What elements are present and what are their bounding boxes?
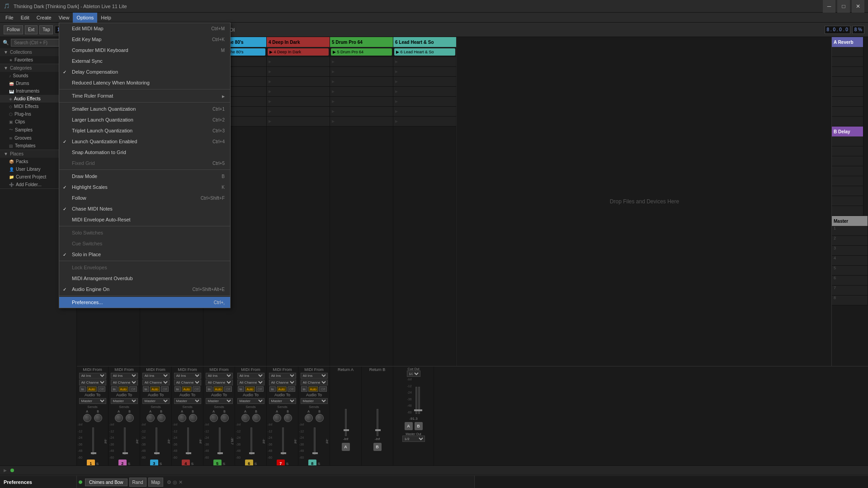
monitor-in-3[interactable]: In <box>143 386 149 392</box>
channel-select-6[interactable]: All Channels <box>237 380 264 385</box>
solo-btn-6[interactable]: S <box>255 462 257 466</box>
send-a-knob-2[interactable] <box>115 414 123 422</box>
master-slot-7[interactable]: 8 <box>832 296 868 305</box>
return-slot-A-4[interactable] <box>832 87 863 97</box>
dropdown-item-time-ruler-format[interactable]: Time Ruler Format <box>59 90 230 101</box>
return-slot-A-7[interactable] <box>832 117 863 127</box>
monitor-auto-6[interactable]: Auto <box>245 386 255 392</box>
dropdown-item-launch-quant-enabled[interactable]: ✓Launch Quantization EnabledCtrl+4 <box>59 136 230 147</box>
return-slot-A-5[interactable] <box>832 97 863 107</box>
midi-from-select-6[interactable]: All Ins <box>237 373 264 379</box>
send-b-knob-3[interactable] <box>157 414 165 422</box>
empty-slot-6-2[interactable]: ▶ <box>393 57 456 67</box>
dropdown-item-edit-key-map[interactable]: Edit Key MapCtrl+K <box>59 34 230 45</box>
monitor-in-8[interactable]: In <box>301 386 307 392</box>
menu-create[interactable]: Create <box>33 13 55 23</box>
dropdown-item-follow[interactable]: FollowCtrl+Shift+F <box>59 192 230 203</box>
return-fader-B[interactable] <box>377 409 378 436</box>
send-b-knob-5[interactable] <box>221 414 229 422</box>
return-header-B[interactable]: B Delay <box>832 127 863 136</box>
dropdown-item-audio-engine-on[interactable]: ✓Audio Engine OnCtrl+Shift+Alt+E <box>59 284 230 295</box>
fader-4[interactable] <box>187 427 189 455</box>
monitor-off-4[interactable]: Off <box>193 386 200 392</box>
master-slot-1[interactable]: 2 <box>832 236 868 246</box>
master-slot-3[interactable]: 4 <box>832 256 868 266</box>
master-slot-6[interactable]: 7 <box>832 286 868 296</box>
dropdown-item-edit-midi-map[interactable]: Edit MIDI MapCtrl+M <box>59 23 230 34</box>
radio-active[interactable] <box>79 480 82 484</box>
return-slot-B-2[interactable] <box>832 156 863 166</box>
return-badge-A[interactable]: A <box>342 443 350 451</box>
fader-handle-2[interactable] <box>123 452 128 454</box>
ext-button[interactable]: Ext <box>25 25 38 34</box>
master-badge-a[interactable]: A <box>405 422 413 430</box>
return-fader-A[interactable] <box>345 409 347 436</box>
empty-slot-6-6[interactable]: ▶ <box>393 97 456 107</box>
instrument-name[interactable]: Chimes and Bow <box>85 479 127 486</box>
monitor-in-2[interactable]: In <box>111 386 118 392</box>
fader-3[interactable] <box>156 427 157 455</box>
dropdown-item-snap-automation[interactable]: Snap Automation to Grid <box>59 147 230 158</box>
master-fader-handle-r[interactable] <box>417 409 422 411</box>
monitor-off-5[interactable]: Off <box>224 386 232 392</box>
dropdown-item-highlight-scales[interactable]: ✓Highlight ScalesK <box>59 182 230 192</box>
return-slot-A-0[interactable] <box>832 47 863 57</box>
empty-slot-4-8[interactable]: ▶ <box>267 117 330 127</box>
monitor-off-1[interactable]: Off <box>98 386 105 392</box>
master-out-select[interactable]: 1/2 <box>402 436 425 442</box>
empty-slot-5-4[interactable]: ▶ <box>330 77 393 87</box>
monitor-auto-1[interactable]: Auto <box>87 386 97 392</box>
dropdown-item-external-sync[interactable]: External Sync <box>59 56 230 66</box>
audio-to-select-8[interactable]: Master <box>301 398 328 404</box>
empty-slot-4-7[interactable]: ▶ <box>267 107 330 117</box>
zoom-display[interactable]: 8 % <box>852 26 864 34</box>
fader-handle-7[interactable] <box>281 452 286 454</box>
send-a-knob-4[interactable] <box>178 414 186 422</box>
return-badge-B[interactable]: B <box>373 443 382 451</box>
midi-from-select-4[interactable]: All Ins <box>174 373 201 379</box>
dropdown-item-delay-compensation[interactable]: ✓Delay Compensation <box>59 66 230 77</box>
monitor-in-6[interactable]: In <box>238 386 244 392</box>
channel-select-8[interactable]: All Channels <box>301 380 328 385</box>
channel-num-6[interactable]: 6 <box>245 460 253 465</box>
monitor-auto-2[interactable]: Auto <box>118 386 128 392</box>
return-slot-B-5[interactable] <box>832 186 863 196</box>
empty-slot-6-5[interactable]: ▶ <box>393 87 456 97</box>
send-a-knob-1[interactable] <box>83 414 91 422</box>
send-b-knob-7[interactable] <box>284 414 292 422</box>
solo-btn-3[interactable]: S <box>160 462 162 466</box>
empty-slot-6-7[interactable]: ▶ <box>393 107 456 117</box>
drop-zone[interactable]: Drop Files and Devices Here <box>457 37 831 366</box>
solo-btn-4[interactable]: S <box>191 462 193 466</box>
empty-slot-5-7[interactable]: ▶ <box>330 107 393 117</box>
dropdown-item-computer-midi-keyboard[interactable]: Computer MIDI KeyboardM <box>59 45 230 56</box>
send-b-knob-8[interactable] <box>316 414 324 422</box>
send-a-knob-8[interactable] <box>305 414 313 422</box>
send-a-knob-3[interactable] <box>146 414 155 422</box>
channel-num-7[interactable]: 7 <box>277 460 285 465</box>
channel-select-7[interactable]: All Channels <box>269 380 296 385</box>
fader-handle-3[interactable] <box>154 452 160 454</box>
midi-from-select-5[interactable]: All Ins <box>206 373 233 379</box>
master-badge-b[interactable]: B <box>415 422 423 430</box>
maximize-button[interactable]: □ <box>837 0 850 13</box>
channel-num-2[interactable]: 2 <box>118 460 127 465</box>
clip-slot-4-1[interactable]: ▶ 4 Deep In Dark <box>267 47 330 57</box>
minimize-button[interactable]: ─ <box>823 0 835 13</box>
midi-from-select-2[interactable]: All Ins <box>111 373 138 379</box>
return-slot-B-6[interactable] <box>832 196 863 206</box>
dropdown-item-midi-arrangement-overdub[interactable]: MIDI Arrangement Overdub <box>59 273 230 284</box>
track-header-6[interactable]: 6 Lead Heart & So <box>393 37 456 47</box>
empty-slot-6-3[interactable]: ▶ <box>393 67 456 77</box>
menu-file[interactable]: File <box>2 13 17 23</box>
dropdown-item-triplet-launch-quant[interactable]: Triplet Launch QuantizationCtrl+3 <box>59 125 230 136</box>
channel-select-1[interactable]: All Channels <box>79 380 106 385</box>
fader-handle-4[interactable] <box>186 452 191 454</box>
send-b-knob-2[interactable] <box>126 414 134 422</box>
midi-from-select-8[interactable]: All Ins <box>301 373 328 379</box>
channel-select-3[interactable]: All Channels <box>142 380 170 385</box>
empty-slot-5-6[interactable]: ▶ <box>330 97 393 107</box>
clip-slot-6-1[interactable]: ▶ 6 Lead Heart & So <box>393 47 456 57</box>
return-slot-B-7[interactable] <box>832 206 863 216</box>
audio-to-select-6[interactable]: Master <box>237 398 264 404</box>
